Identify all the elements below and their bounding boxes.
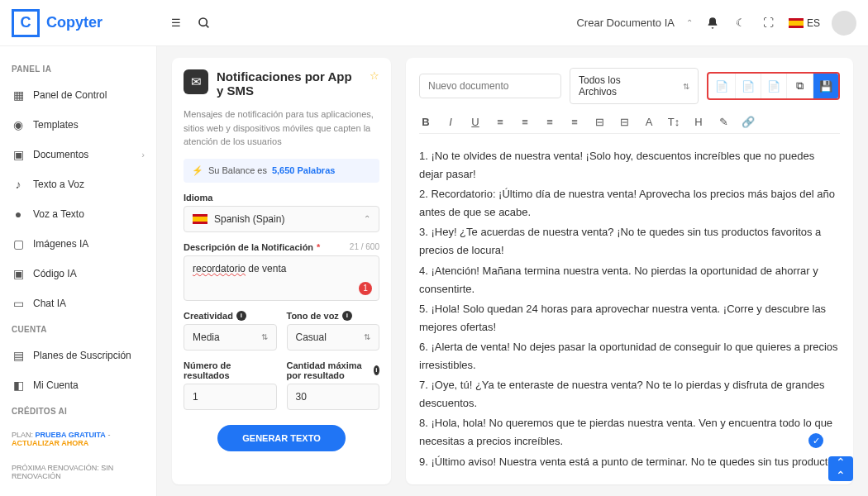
sidebar: PANEL IA ▦Panel de Control ◉Templates ▣D…: [0, 46, 157, 496]
export-actions: 📄 📄 📄 ⧉ 💾: [707, 72, 840, 100]
mic-icon: ●: [12, 207, 25, 221]
sidebar-item-code[interactable]: ▣Código IA: [0, 259, 156, 289]
folder-select[interactable]: Todos los Archivos⇅: [570, 68, 699, 104]
brand-name: Copyter: [46, 14, 103, 31]
code-icon: ▣: [12, 267, 25, 280]
char-counter: 21 / 600: [350, 242, 379, 251]
language-switcher[interactable]: ES: [789, 17, 820, 29]
avatar[interactable]: [832, 11, 856, 36]
editor-line: 7. ¡Oye, tú! ¿Ya te enteraste de nuestra…: [419, 376, 840, 413]
create-doc-link[interactable]: Crear Documento IA: [576, 17, 675, 29]
doc-name-input[interactable]: [419, 74, 561, 98]
sidebar-item-dashboard[interactable]: ▦Panel de Control: [0, 80, 156, 110]
svg-point-0: [199, 18, 207, 26]
sidebar-item-tts[interactable]: ♪Texto a Voz: [0, 169, 156, 199]
templates-icon: ◉: [12, 118, 25, 131]
form-panel: ✉ Notificaciones por App y SMS ☆ Mensaje…: [172, 58, 391, 484]
sidebar-heading-cuenta: CUENTA: [0, 318, 156, 341]
export-word-icon[interactable]: 📄: [708, 74, 734, 98]
max-label: Cantidad máxima por resultado i: [287, 360, 380, 380]
idioma-label: Idioma: [184, 193, 379, 203]
menu-icon[interactable]: ☰: [168, 15, 184, 31]
editor-line: 2. Recordatorio: ¡Último día de nuestra …: [419, 185, 840, 222]
favorite-icon[interactable]: ☆: [370, 69, 379, 82]
plan-link[interactable]: PRUEBA GRATUITA: [36, 431, 106, 439]
editor-line: 6. ¡Alerta de venta! No dejes pasar la o…: [419, 338, 840, 374]
num-results-label: Número de resultados: [184, 360, 277, 380]
sidebar-heading-panel: PANEL IA: [0, 58, 156, 80]
align-justify-button[interactable]: ≡: [568, 116, 581, 128]
flag-es-icon: [789, 18, 804, 28]
check-icon[interactable]: ✓: [808, 433, 823, 448]
align-right-button[interactable]: ≡: [543, 116, 556, 128]
info-icon[interactable]: i: [236, 311, 246, 321]
search-icon[interactable]: [196, 15, 212, 31]
sidebar-item-plans[interactable]: ▤Planes de Suscripción: [0, 341, 156, 370]
align-center-button[interactable]: ≡: [518, 116, 532, 128]
chevron-up-icon: ⌃: [364, 214, 370, 223]
bold-button[interactable]: B: [419, 116, 432, 128]
template-icon: ✉: [184, 69, 208, 94]
bell-icon[interactable]: [704, 15, 721, 31]
list-ol-button[interactable]: ⊟: [593, 116, 606, 128]
desc-label: Descripción de la Notificación*21 / 600: [184, 242, 379, 252]
max-input[interactable]: 30: [287, 384, 380, 410]
editor-line: 9. ¡Último aviso! Nuestra venta está a p…: [419, 453, 840, 475]
sidebar-item-account[interactable]: ◧Mi Cuenta: [0, 370, 156, 400]
link-button[interactable]: 🔗: [742, 116, 755, 128]
editor-line: 3. ¡Hey! ¿Te acuerdas de nuestra venta? …: [419, 223, 840, 260]
fullscreen-icon[interactable]: ⛶: [761, 15, 777, 31]
sidebar-heading-credits: CRÉDITOS AI: [0, 400, 156, 422]
card-icon: ▤: [12, 349, 25, 362]
highlight-button[interactable]: ✎: [717, 116, 730, 128]
editor-toolbar: B I U ≡ ≡ ≡ ≡ ⊟ ⊟ A T↕ H ✎ 🔗: [419, 111, 840, 134]
image-icon: ▢: [12, 237, 25, 250]
generate-button[interactable]: GENERAR TEXTO: [217, 425, 346, 451]
heading-button[interactable]: H: [692, 116, 705, 128]
export-txt-icon[interactable]: 📄: [761, 74, 786, 98]
sidebar-item-templates[interactable]: ◉Templates: [0, 110, 156, 140]
form-title: Notificaciones por App y SMS: [217, 69, 361, 98]
sidebar-item-stt[interactable]: ●Voz a Texto: [0, 199, 156, 229]
editor-line: 5. ¡Hola! Solo quedan 24 horas para apro…: [419, 300, 840, 336]
info-icon[interactable]: i: [374, 365, 379, 375]
info-icon[interactable]: i: [342, 311, 352, 321]
lang-code: ES: [807, 17, 820, 29]
renewal-line: PRÓXIMA RENOVACIÓN: SIN RENOVACIÓN: [0, 455, 156, 489]
chevron-up-icon[interactable]: ⌃: [686, 18, 693, 27]
chevron-right-icon: ›: [141, 150, 145, 160]
editor-content[interactable]: 1. ¡No te olvides de nuestra venta! ¡Sol…: [419, 141, 840, 475]
underline-button[interactable]: U: [469, 116, 482, 128]
copy-icon[interactable]: ⧉: [786, 74, 812, 98]
list-ul-button[interactable]: ⊟: [618, 116, 631, 128]
scroll-top-button[interactable]: ⌃⌃: [828, 456, 853, 481]
align-left-button[interactable]: ≡: [494, 116, 507, 128]
moon-icon[interactable]: ☾: [732, 15, 749, 31]
export-pdf-icon[interactable]: 📄: [735, 74, 761, 98]
italic-button[interactable]: I: [444, 116, 457, 128]
editor-line: 8. ¡Hola, hola! No queremos que te pierd…: [419, 414, 840, 451]
logo[interactable]: C Copyter: [12, 9, 156, 37]
dashboard-icon: ▦: [12, 88, 25, 102]
sidebar-item-documents[interactable]: ▣Documentos›: [0, 140, 156, 169]
sidebar-item-chat[interactable]: ▭Chat IA: [0, 289, 156, 318]
error-pill[interactable]: 1: [359, 282, 372, 295]
description-textarea[interactable]: recordatorio de venta 1: [184, 255, 379, 301]
save-icon[interactable]: 💾: [813, 74, 838, 98]
balance-value: 5,650 Palabras: [272, 165, 335, 175]
font-button[interactable]: A: [642, 116, 656, 128]
creativity-select[interactable]: Media⇅: [184, 324, 277, 351]
creativity-label: Creatividadi: [184, 311, 277, 321]
fontsize-button[interactable]: T↕: [667, 116, 680, 128]
update-link[interactable]: ACTUALIZAR AHORA: [12, 439, 88, 447]
balance-banner: ⚡ Su Balance es 5,650 Palabras: [184, 159, 379, 183]
num-results-input[interactable]: 1: [184, 384, 277, 410]
form-description: Mensajes de notificación para tus aplica…: [184, 107, 379, 149]
sidebar-item-images[interactable]: ▢Imágenes IA: [0, 229, 156, 259]
idioma-select[interactable]: Spanish (Spain) ⌃: [184, 206, 379, 232]
flag-es-icon: [193, 214, 207, 224]
tone-select[interactable]: Casual⇅: [287, 324, 380, 351]
topbar: C Copyter ☰ Crear Documento IA ⌃ ☾ ⛶ ES: [0, 0, 868, 46]
documents-icon: ▣: [12, 148, 25, 161]
chat-icon: ▭: [12, 297, 25, 310]
